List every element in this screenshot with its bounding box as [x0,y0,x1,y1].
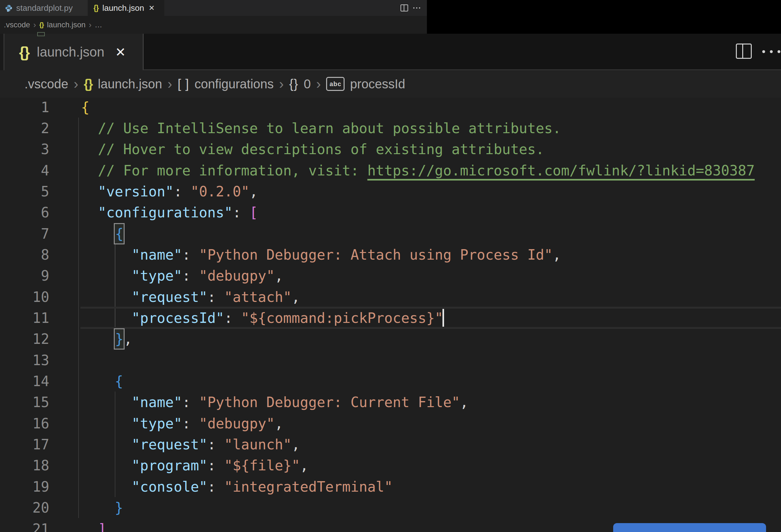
chevron-right-icon: › [316,77,321,91]
line-number: 12 [0,328,49,350]
line-number: 5 [0,181,49,202]
breadcrumb-item-vscode[interactable]: .vscode [4,21,30,29]
breadcrumb-item-file[interactable]: launch.json [47,21,85,29]
breadcrumb-item-processid[interactable]: processId [350,77,405,91]
code-text: // Use IntelliSense to learn about possi… [81,118,561,139]
code-text: "processId": "${command:pickProcess}" [81,307,443,329]
tab-launch-json-magnified[interactable]: {} launch.json ✕ [4,34,143,70]
line-number: 10 [0,286,49,308]
code-text: } [81,497,123,518]
code-text: "type": "debugpy", [81,265,283,286]
code-line-5[interactable]: 5 "version": "0.2.0", [0,181,781,202]
close-icon[interactable]: ✕ [115,45,126,59]
code-text: }, [81,328,132,350]
code-line-11[interactable]: 11 "processId": "${command:pickProcess}" [0,307,781,329]
tab-bar-empty-region [143,34,781,70]
code-text: "request": "attach", [81,286,300,308]
split-editor-icon[interactable] [401,4,408,11]
breadcrumb-item-index[interactable]: 0 [303,77,311,91]
line-number: 11 [0,307,49,329]
chevron-right-icon: › [33,20,36,30]
code-text: "request": "launch", [81,434,300,455]
code-text: { [81,371,123,392]
line-number: 14 [0,371,49,392]
line-number: 16 [0,413,49,434]
line-number: 20 [0,497,49,518]
code-line-14[interactable]: 14 { [0,371,781,392]
unpainted-black-region [427,0,781,34]
add-configuration-button[interactable] [613,523,766,532]
symbol-object-icon: {} [289,77,298,91]
code-line-4[interactable]: 4 // For more information, visit: https:… [0,160,781,181]
code-text: "name": "Python Debugger: Current File", [81,392,468,413]
breadcrumb-item-configurations[interactable]: configurations [195,77,274,91]
more-actions-icon[interactable] [762,50,780,53]
code-line-18[interactable]: 18 "program": "${file}", [0,455,781,476]
code-text: { [81,223,124,244]
line-number: 3 [0,138,49,160]
code-text: // Hover to view descriptions of existin… [81,138,544,160]
magnifier-fragment [37,32,45,36]
small-editor-actions [401,0,420,16]
code-line-13[interactable]: 13 [0,350,781,371]
chevron-right-icon: › [279,77,284,91]
line-number: 21 [0,518,49,532]
text-cursor [443,309,444,327]
tab-launch-json[interactable]: {} launch.json ✕ [88,0,164,16]
json-braces-icon: {} [93,4,98,12]
tab-standardplot-py[interactable]: standardplot.py [0,0,88,16]
line-number: 6 [0,202,49,223]
line-number: 19 [0,476,49,497]
line-number: 2 [0,118,49,139]
breadcrumb-item-vscode[interactable]: .vscode [25,77,68,91]
code-line-10[interactable]: 10 "request": "attach", [0,286,781,308]
vscode-window: standardplot.py {} launch.json ✕ .vscode… [0,0,781,532]
code-line-19[interactable]: 19 "console": "integratedTerminal" [0,476,781,497]
small-breadcrumb: .vscode › {} launch.json › … [4,16,102,34]
tab-label: launch.json [37,44,104,60]
line-number: 15 [0,392,49,413]
breadcrumb-item-more[interactable]: … [95,21,102,29]
code-line-7[interactable]: 7 { [0,223,781,244]
close-icon[interactable]: ✕ [149,4,155,12]
code-line-6[interactable]: 6 "configurations": [ [0,202,781,223]
symbol-string-icon: abc [326,77,344,91]
chevron-right-icon: › [74,77,79,91]
code-line-12[interactable]: 12 }, [0,328,781,350]
code-line-8[interactable]: 8 "name": "Python Debugger: Attach using… [0,244,781,265]
code-line-3[interactable]: 3 // Hover to view descriptions of exist… [0,138,781,160]
code-line-9[interactable]: 9 "type": "debugpy", [0,265,781,286]
json-braces-icon: {} [19,44,29,61]
more-actions-icon[interactable] [413,7,420,9]
chevron-right-icon: › [89,20,91,30]
code-text: "configurations": [ [81,202,258,223]
code-line-20[interactable]: 20 } [0,497,781,518]
code-text: ] [81,518,106,532]
json-braces-icon: {} [39,21,44,29]
chevron-right-icon: › [167,77,172,91]
breadcrumb-item-file[interactable]: launch.json [98,77,162,91]
line-number: 17 [0,434,49,455]
code-line-1[interactable]: 1{ [0,96,781,118]
line-number: 18 [0,455,49,476]
magnified-tab-bar: {} launch.json ✕ [4,34,781,70]
split-editor-icon[interactable] [736,44,752,59]
line-number: 7 [0,223,49,244]
code-line-2[interactable]: 2 // Use IntelliSense to learn about pos… [0,118,781,139]
code-text: "type": "debugpy", [81,413,283,434]
line-number: 4 [0,160,49,181]
code-line-15[interactable]: 15 "name": "Python Debugger: Current Fil… [0,392,781,413]
line-number: 9 [0,265,49,286]
symbol-array-icon: [ ] [178,77,189,91]
line-number: 1 [0,96,49,118]
code-text: { [81,96,90,118]
code-text: "program": "${file}", [81,455,308,476]
code-line-17[interactable]: 17 "request": "launch", [0,434,781,455]
code-text: "console": "integratedTerminal" [81,476,393,497]
code-line-16[interactable]: 16 "type": "debugpy", [0,413,781,434]
code-text: // For more information, visit: https://… [81,160,754,181]
line-number: 8 [0,244,49,265]
json-file-icon: {} [84,77,92,91]
tab-label: standardplot.py [16,3,73,13]
code-text: "name": "Python Debugger: Attach using P… [81,244,561,265]
